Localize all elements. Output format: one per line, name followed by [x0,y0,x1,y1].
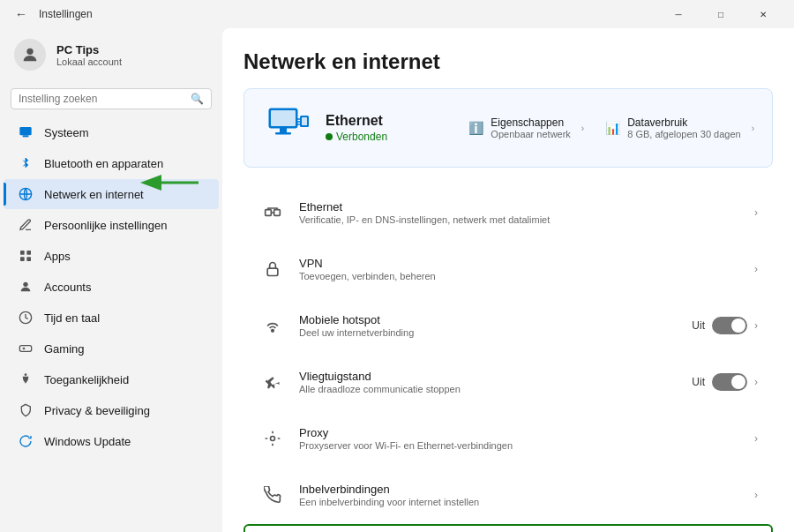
status-dot [326,133,333,140]
sidebar-item-gaming[interactable]: Gaming [4,333,219,363]
settings-text-proxy: ProxyProxyserver voor Wi-Fi- en Ethernet… [299,426,742,451]
settings-right-proxy: › [754,432,758,445]
svg-rect-6 [20,257,25,261]
sidebar-item-netwerk[interactable]: Netwerk en internet [4,179,219,209]
settings-title-ethernet: Ethernet [299,200,742,214]
settings-title-vliegtuigstand: Vliegtuigstand [299,370,679,383]
settings-item-vliegtuigstand[interactable]: VliegtuigstandAlle draadloze communicati… [243,355,773,409]
settings-icon-inbelverbindingen [258,481,287,509]
properties-sub: Openbaar netwerk [491,129,571,139]
sidebar-item-systeem[interactable]: Systeem [4,117,219,147]
sidebar-item-label-privacy: Privacy & beveiliging [44,404,150,417]
sidebar-item-accounts[interactable]: Accounts [4,272,219,302]
settings-icon-ethernet [258,199,287,227]
info-icon: ℹ️ [468,121,483,135]
svg-rect-13 [271,110,296,126]
settings-desc-inbelverbindingen: Een inbelverbinding voor internet instel… [299,497,742,507]
app-body: PC Tips Lokaal account 🔍 SysteemBluetoot… [0,28,794,532]
windows-update-icon [18,433,34,449]
sidebar-item-label-accounts: Accounts [44,281,91,294]
settings-title-proxy: Proxy [299,426,742,439]
svg-rect-21 [266,210,272,216]
sidebar-item-bluetooth[interactable]: Bluetooth en apparaten [4,148,219,178]
chevron-inbelverbindingen: › [754,489,758,501]
apps-icon [18,248,34,264]
settings-right-ethernet: › [754,206,758,219]
settings-item-mobiele-hotspot[interactable]: Mobiele hotspotDeel uw internetverbindin… [243,298,773,353]
settings-right-vliegtuigstand: Uit› [692,373,758,391]
ethernet-info: Ethernet Verbonden [326,113,454,143]
settings-desc-mobiele-hotspot: Deel uw internetverbinding [299,327,679,338]
svg-rect-2 [23,135,29,137]
chevron-ethernet: › [754,206,758,219]
page-title: Netwerk en internet [243,49,773,74]
user-profile[interactable]: PC Tips Lokaal account [0,28,222,81]
toggle-vliegtuigstand[interactable] [712,373,747,391]
sidebar-item-label-systeem: Systeem [44,126,89,139]
settings-text-ethernet: EthernetVerificatie, IP- en DNS-instelli… [299,200,742,225]
settings-icon-mobiele-hotspot [258,311,287,340]
netwerk-icon [18,186,34,202]
privacy-icon [18,402,34,418]
settings-icon-vpn [258,255,287,283]
settings-item-inbelverbindingen[interactable]: InbelverbindingenEen inbelverbinding voo… [243,468,773,522]
settings-desc-proxy: Proxyserver voor Wi-Fi- en Ethernet-verb… [299,440,742,451]
search-input[interactable] [19,93,185,105]
user-name: PC Tips [56,43,122,56]
chevron-mobiele-hotspot: › [754,319,758,332]
properties-link[interactable]: ℹ️ Eigenschappen Openbaar netwerk › [468,116,584,139]
settings-text-vliegtuigstand: VliegtuigstandAlle draadloze communicati… [299,370,679,394]
svg-rect-14 [280,128,287,132]
tijd-icon [18,310,34,326]
nav-list: SysteemBluetooth en apparatenNetwerk en … [0,116,222,457]
sidebar-item-label-bluetooth: Bluetooth en apparaten [44,157,163,170]
minimize-button[interactable]: ─ [658,0,699,28]
sidebar-item-label-apps: Apps [44,250,71,263]
svg-rect-15 [275,132,291,135]
toggle-mobiele-hotspot[interactable] [712,317,747,334]
settings-item-geavanceerde[interactable]: Geavanceerde netwerkinstellingenAlle net… [243,524,773,532]
sidebar-item-windows-update[interactable]: Windows Update [4,426,219,456]
data-sub: 8 GB, afgelopen 30 dagen [627,129,740,139]
sidebar-item-apps[interactable]: Apps [4,241,219,271]
sidebar-item-label-toegankelijkheid: Toegankelijkheid [44,373,129,386]
settings-right-vpn: › [754,263,758,275]
ethernet-card[interactable]: Ethernet Verbonden ℹ️ Eigenschappen Open… [243,88,773,168]
window-title: Instellingen [39,8,658,20]
sidebar-item-label-persoonlijk: Persoonlijke instellingen [44,219,167,232]
settings-item-proxy[interactable]: ProxyProxyserver voor Wi-Fi- en Ethernet… [243,411,773,466]
data-chevron: › [752,124,754,133]
back-button[interactable]: ← [11,4,32,25]
sidebar-item-label-windows-update: Windows Update [44,435,131,448]
settings-desc-vliegtuigstand: Alle draadloze communicatie stoppen [299,384,679,394]
search-box[interactable]: 🔍 [11,88,212,109]
sidebar-item-privacy[interactable]: Privacy & beveiliging [4,395,219,425]
sidebar-item-label-netwerk: Netwerk en internet [44,188,144,201]
svg-point-0 [26,49,33,55]
settings-title-vpn: VPN [299,257,742,270]
settings-text-vpn: VPNToevoegen, verbinden, beheren [299,257,742,281]
sidebar-item-persoonlijk[interactable]: Persoonlijke instellingen [4,210,219,240]
properties-label: Eigenschappen [491,116,571,129]
accounts-icon [18,279,34,295]
content-area: Netwerk en internet [222,28,794,532]
close-button[interactable]: ✕ [743,0,783,28]
chevron-vpn: › [754,263,758,275]
ethernet-name: Ethernet [326,113,454,129]
maximize-button[interactable]: □ [700,0,741,28]
chevron-proxy: › [754,432,758,445]
sidebar-item-toegankelijkheid[interactable]: Toegankelijkheid [4,364,219,394]
data-usage-link[interactable]: 📊 Dataverbruik 8 GB, afgelopen 30 dagen … [605,116,754,139]
settings-item-vpn[interactable]: VPNToevoegen, verbinden, beheren› [243,242,773,296]
settings-item-ethernet[interactable]: EthernetVerificatie, IP- en DNS-instelli… [243,185,773,240]
svg-rect-5 [26,251,31,255]
properties-text: Eigenschappen Openbaar netwerk [491,116,571,139]
sidebar-item-tijd[interactable]: Tijd en taal [4,303,219,333]
ethernet-large-icon [262,103,311,153]
settings-list: EthernetVerificatie, IP- en DNS-instelli… [243,185,773,532]
svg-rect-4 [20,251,25,255]
data-label: Dataverbruik [627,116,740,129]
search-icon: 🔍 [191,93,204,105]
settings-text-inbelverbindingen: InbelverbindingenEen inbelverbinding voo… [299,483,742,507]
toegankelijkheid-icon [18,371,34,387]
